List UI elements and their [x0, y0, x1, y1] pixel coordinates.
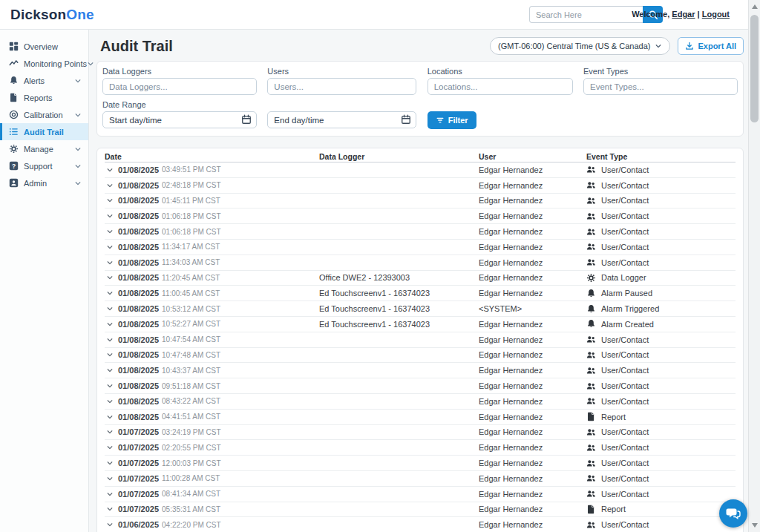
- chevron-down-icon[interactable]: [106, 336, 114, 344]
- chevron-down-icon[interactable]: [106, 305, 114, 312]
- users-icon: [586, 427, 596, 437]
- logout-link[interactable]: Logout: [702, 10, 730, 19]
- chevron-down-icon[interactable]: [106, 490, 114, 498]
- scrollbar-down-arrow[interactable]: [752, 523, 758, 528]
- data-loggers-input[interactable]: [102, 78, 257, 95]
- sidebar-item-calibration[interactable]: Calibration: [0, 106, 88, 123]
- table-row[interactable]: 01/08/202502:48:18 PM CSTEdgar Hernandez…: [105, 178, 736, 194]
- table-row[interactable]: 01/07/202511:00:28 AM CSTEdgar Hernandez…: [105, 471, 736, 487]
- locations-input[interactable]: [428, 78, 573, 95]
- row-date-cell: 01/08/202501:06:18 PM CST: [105, 211, 319, 220]
- table-row[interactable]: 01/07/202503:24:19 PM CSTEdgar Hernandez…: [105, 425, 736, 441]
- scrollbar-thumb[interactable]: [750, 15, 759, 122]
- table-row[interactable]: 01/06/202504:22:20 PM CSTEdgar Hernandez…: [105, 517, 736, 532]
- sidebar-item-admin[interactable]: Admin: [0, 174, 88, 191]
- chevron-down-icon[interactable]: [106, 259, 114, 266]
- table-row[interactable]: 01/08/202509:51:18 AM CSTEdgar Hernandez…: [105, 378, 736, 394]
- end-date-input[interactable]: [267, 111, 416, 128]
- table-row[interactable]: 01/08/202508:43:22 AM CSTEdgar Hernandez…: [105, 394, 736, 410]
- sidebar-item-audit-trail[interactable]: Audit Trail: [0, 123, 88, 140]
- chevron-down-icon[interactable]: [106, 382, 114, 390]
- chevron-down-icon[interactable]: [106, 289, 114, 297]
- table-row[interactable]: 01/08/202501:06:18 PM CSTEdgar Hernandez…: [105, 224, 736, 240]
- row-user: Edgar Hernandez: [479, 350, 586, 359]
- chevron-down-icon: [74, 180, 82, 187]
- chevron-down-icon[interactable]: [106, 197, 114, 204]
- chevron-down-icon[interactable]: [106, 243, 114, 251]
- chevron-down-icon[interactable]: [106, 274, 114, 281]
- table-row[interactable]: 01/08/202503:49:51 PM CSTEdgar Hernandez…: [105, 162, 736, 178]
- timezone-select[interactable]: (GMT-06:00) Central Time (US & Canada): [490, 37, 670, 55]
- table-row[interactable]: 01/08/202510:47:54 AM CSTEdgar Hernandez…: [105, 332, 736, 348]
- row-event-type: Alarm Paused: [601, 289, 652, 298]
- chevron-down-icon[interactable]: [106, 228, 114, 235]
- table-row[interactable]: 01/08/202511:34:03 AM CSTEdgar Hernandez…: [105, 255, 736, 271]
- users-icon: [586, 335, 596, 344]
- table-row[interactable]: 01/08/202511:20:45 AM CSTOffice DWE2 - 1…: [105, 271, 736, 286]
- chevron-down-icon[interactable]: [106, 321, 114, 328]
- export-all-button[interactable]: Export All: [678, 37, 744, 55]
- table-row[interactable]: 01/08/202501:45:11 PM CSTEdgar Hernandez…: [105, 194, 736, 209]
- chat-widget-button[interactable]: [719, 499, 747, 528]
- table-row[interactable]: 01/08/202510:47:48 AM CSTEdgar Hernandez…: [105, 348, 736, 364]
- sidebar-item-reports[interactable]: Reports: [0, 89, 88, 106]
- sidebar-item-overview[interactable]: Overview: [0, 38, 88, 55]
- page-header-row: Audit Trail (GMT-06:00) Central Time (US…: [100, 36, 744, 56]
- row-date-cell: 01/08/202511:20:45 AM CST: [105, 273, 319, 282]
- table-row[interactable]: 01/07/202512:00:03 PM CSTEdgar Hernandez…: [105, 456, 736, 471]
- page-scrollbar[interactable]: [748, 0, 760, 532]
- row-event-type: Report: [601, 505, 626, 513]
- sidebar-item-support[interactable]: ?Support: [0, 157, 88, 174]
- users-icon: [586, 165, 596, 174]
- row-date: 01/08/2025: [118, 196, 159, 205]
- welcome-divider: |: [698, 10, 700, 19]
- chevron-down-icon[interactable]: [106, 505, 114, 513]
- row-date: 01/08/2025: [118, 381, 159, 390]
- start-date-input[interactable]: [102, 111, 257, 128]
- row-data-logger: Ed Touchscreenv1 - 16374023: [319, 289, 479, 298]
- table-row[interactable]: 01/08/202510:43:37 AM CSTEdgar Hernandez…: [105, 363, 736, 378]
- row-event-cell: User/Contact: [586, 473, 736, 483]
- chevron-down-icon[interactable]: [106, 428, 114, 436]
- chevron-down-icon[interactable]: [106, 413, 114, 421]
- chevron-down-icon[interactable]: [106, 182, 114, 189]
- bell-icon: [586, 289, 596, 298]
- table-row[interactable]: 01/08/202501:06:18 PM CSTEdgar Hernandez…: [105, 208, 736, 224]
- table-row[interactable]: 01/08/202504:41:51 AM CSTEdgar Hernandez…: [105, 410, 736, 425]
- row-date-cell: 01/07/202511:00:28 AM CST: [105, 474, 319, 483]
- table-row[interactable]: 01/08/202511:00:45 AM CSTEd Touchscreenv…: [105, 286, 736, 301]
- table-row[interactable]: 01/07/202505:35:31 AM CSTEdgar Hernandez…: [105, 502, 736, 518]
- table-row[interactable]: 01/07/202502:20:55 PM CSTEdgar Hernandez…: [105, 440, 736, 456]
- chevron-down-icon[interactable]: [106, 367, 114, 374]
- chevron-down-icon[interactable]: [106, 444, 114, 451]
- sidebar-item-manage[interactable]: Manage: [0, 140, 88, 157]
- row-event-cell: User/Contact: [586, 443, 736, 453]
- scrollbar-up-arrow[interactable]: [752, 4, 758, 9]
- users-icon: [586, 211, 596, 221]
- filter-button[interactable]: Filter: [428, 111, 476, 129]
- chevron-down-icon[interactable]: [106, 398, 114, 405]
- row-event-cell: Alarm Paused: [586, 289, 736, 298]
- row-date-cell: 01/08/202511:00:45 AM CST: [105, 289, 319, 298]
- chevron-down-icon[interactable]: [106, 475, 114, 482]
- row-event-cell: User/Contact: [586, 211, 736, 221]
- chevron-down-icon[interactable]: [106, 459, 114, 467]
- chevron-down-icon[interactable]: [106, 212, 114, 220]
- sidebar-item-alerts[interactable]: Alerts: [0, 72, 88, 89]
- table-row[interactable]: 01/08/202510:52:27 AM CSTEd Touchscreenv…: [105, 317, 736, 332]
- chevron-down-icon[interactable]: [106, 351, 114, 358]
- users-input[interactable]: [267, 78, 416, 95]
- row-date-cell: 01/08/202504:41:51 AM CST: [105, 413, 319, 421]
- search-input[interactable]: [529, 6, 643, 23]
- sidebar-item-monitoring-points[interactable]: Monitoring Points: [0, 55, 88, 72]
- event-types-input[interactable]: [583, 78, 738, 95]
- table-row[interactable]: 01/08/202511:34:17 AM CSTEdgar Hernandez…: [105, 240, 736, 255]
- row-user: Edgar Hernandez: [479, 196, 586, 205]
- row-date: 01/07/2025: [118, 427, 159, 436]
- chevron-down-icon[interactable]: [106, 521, 114, 528]
- chevron-down-icon[interactable]: [106, 166, 114, 174]
- table-row[interactable]: 01/07/202508:41:34 AM CSTEdgar Hernandez…: [105, 487, 736, 502]
- row-user: Edgar Hernandez: [479, 366, 586, 375]
- user-link[interactable]: Edgar: [672, 10, 695, 19]
- table-row[interactable]: 01/08/202510:53:12 AM CSTEd Touchscreenv…: [105, 301, 736, 317]
